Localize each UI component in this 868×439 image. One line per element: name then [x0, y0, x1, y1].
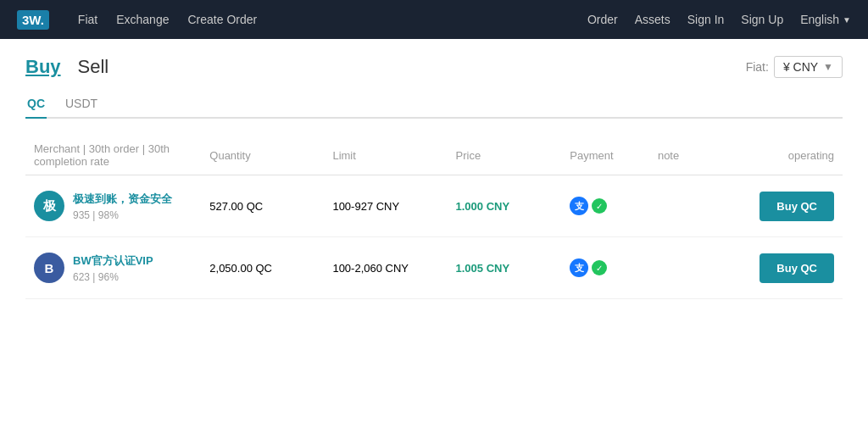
price-cell-1: 1.005 CNY — [448, 237, 562, 299]
sub-tab-usdt[interactable]: USDT — [64, 92, 99, 117]
payment-cell-1: 支 ✓ — [561, 237, 649, 299]
col-header-quantity: Quantity — [201, 136, 324, 175]
nav-fiat[interactable]: Fiat — [78, 13, 97, 26]
limit-cell-0: 100-927 CNY — [324, 175, 447, 237]
merchant-name-0[interactable]: 极速到账，资金安全 — [73, 192, 172, 207]
verified-icon-0: ✓ — [592, 198, 607, 214]
language-selector[interactable]: English ▼ — [800, 13, 851, 26]
table-header-row: Merchant | 30th order | 30th completion … — [25, 136, 843, 175]
main-content: Buy Sell Fiat: ¥ CNY ▼ QC USDT Merchant … — [0, 39, 868, 439]
buy-button-0[interactable]: Buy QC — [760, 192, 834, 221]
merchant-stats-0: 935 | 98% — [73, 209, 172, 221]
language-label: English — [800, 13, 839, 26]
payment-cell-0: 支 ✓ — [561, 175, 649, 237]
nav-right: Order Assets Sign In Sign Up English ▼ — [587, 13, 851, 26]
nav-signup[interactable]: Sign Up — [741, 13, 783, 26]
nav-links: Fiat Exchange Create Order — [78, 13, 587, 26]
sub-tab-qc[interactable]: QC — [25, 92, 47, 119]
nav-order[interactable]: Order — [587, 13, 618, 26]
merchant-stats-1: 623 | 96% — [73, 271, 153, 283]
operating-cell-1: Buy QC — [737, 237, 843, 299]
price-cell-0: 1.000 CNY — [448, 175, 562, 237]
fiat-selector: Fiat: ¥ CNY ▼ — [746, 56, 843, 78]
merchant-info-0: 极速到账，资金安全 935 | 98% — [73, 192, 172, 221]
nav-exchange[interactable]: Exchange — [116, 13, 169, 26]
col-header-note: note — [649, 136, 737, 175]
trade-tabs: Buy Sell Fiat: ¥ CNY ▼ — [25, 56, 843, 78]
navbar: 3W. Fiat Exchange Create Order Order Ass… — [0, 0, 868, 39]
verified-icon-1: ✓ — [592, 260, 607, 275]
logo-box: 3W. — [17, 10, 49, 30]
nav-create-order[interactable]: Create Order — [187, 13, 257, 26]
buy-button-1[interactable]: Buy QC — [760, 253, 834, 283]
merchant-avatar-1: B — [34, 253, 64, 283]
merchant-avatar-0: 极 — [34, 191, 64, 221]
quantity-cell-1: 2,050.00 QC — [201, 237, 324, 299]
alipay-icon-0: 支 — [570, 197, 588, 215]
nav-assets[interactable]: Assets — [635, 13, 670, 26]
trade-table: Merchant | 30th order | 30th completion … — [25, 136, 843, 299]
note-cell-0 — [649, 175, 737, 237]
merchant-cell-0: 极 极速到账，资金安全 935 | 98% — [25, 175, 201, 237]
note-cell-1 — [649, 237, 737, 299]
limit-cell-1: 100-2,060 CNY — [324, 237, 447, 299]
col-header-price: Price — [448, 136, 562, 175]
merchant-name-1[interactable]: BW官方认证VIP — [73, 253, 153, 269]
nav-signin[interactable]: Sign In — [687, 13, 725, 26]
col-header-merchant: Merchant | 30th order | 30th completion … — [25, 136, 201, 175]
language-arrow: ▼ — [843, 15, 851, 25]
fiat-currency-value: ¥ CNY — [783, 60, 818, 74]
col-header-limit: Limit — [324, 136, 447, 175]
table-row: 极 极速到账，资金安全 935 | 98% 527.00 QC 100-927 … — [25, 175, 843, 237]
fiat-label: Fiat: — [746, 60, 769, 74]
logo[interactable]: 3W. — [17, 10, 53, 30]
alipay-icon-1: 支 — [570, 258, 588, 277]
merchant-cell-1: B BW官方认证VIP 623 | 96% — [25, 237, 201, 299]
merchant-info-1: BW官方认证VIP 623 | 96% — [73, 253, 153, 283]
sub-tabs: QC USDT — [25, 92, 843, 119]
fiat-currency-dropdown[interactable]: ¥ CNY ▼ — [774, 56, 843, 78]
quantity-cell-0: 527.00 QC — [201, 175, 324, 237]
operating-cell-0: Buy QC — [737, 175, 843, 237]
tab-buy[interactable]: Buy — [25, 56, 61, 78]
tab-sell[interactable]: Sell — [78, 56, 109, 78]
fiat-arrow-icon: ▼ — [823, 61, 833, 73]
col-header-operating: operating — [737, 136, 843, 175]
col-header-payment: Payment — [561, 136, 649, 175]
table-row: B BW官方认证VIP 623 | 96% 2,050.00 QC 100-2,… — [25, 237, 843, 299]
buysell-tabs: Buy Sell — [25, 56, 108, 78]
